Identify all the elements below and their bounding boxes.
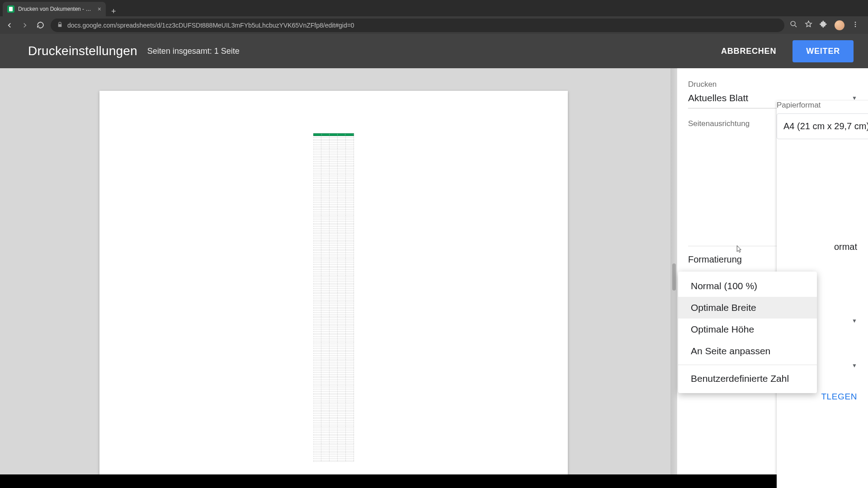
print-target-label: Drucken <box>688 80 857 89</box>
dropdown-divider <box>678 365 817 365</box>
toolbar-right-icons <box>790 20 863 30</box>
url-text: docs.google.com/spreadsheets/d/1cz3cDUFS… <box>67 22 354 29</box>
new-tab-button[interactable]: + <box>106 7 122 16</box>
page-title: Druckeinstellungen <box>28 44 137 58</box>
svg-point-2 <box>855 23 856 25</box>
tab-close-icon[interactable]: × <box>98 5 101 13</box>
sheet-thumbnail <box>313 133 354 462</box>
browser-chrome: Drucken von Dokumenten - Goo × + docs.go… <box>0 0 868 34</box>
address-bar: docs.google.com/spreadsheets/d/1cz3cDUFS… <box>0 16 868 34</box>
svg-point-0 <box>791 21 795 26</box>
orientation-option-peek[interactable]: ormat <box>834 242 857 252</box>
tab-bar: Drucken von Dokumenten - Goo × + <box>0 0 868 16</box>
scale-option-normal[interactable]: Normal (100 %) <box>678 275 817 297</box>
url-field[interactable]: docs.google.com/spreadsheets/d/1cz3cDUFS… <box>51 19 784 32</box>
scale-option-fit-width[interactable]: Optimale Breite <box>678 297 817 319</box>
browser-tab[interactable]: Drucken von Dokumenten - Goo × <box>3 2 106 16</box>
tab-title: Drucken von Dokumenten - Goo <box>18 6 94 12</box>
preview-page <box>99 91 568 474</box>
lock-icon <box>57 22 63 29</box>
scale-dropdown: Normal (100 %) Optimale Breite Optimale … <box>678 272 817 393</box>
scale-option-fit-height[interactable]: Optimale Höhe <box>678 319 817 340</box>
paper-format-select[interactable]: A4 (21 cm x 29,7 cm) ▼ <box>777 113 868 139</box>
paper-format-label: Papierformat <box>777 101 868 110</box>
settings-sidebar: Drucken Aktuelles Blatt ▼ Papierformat A… <box>677 68 868 474</box>
main-content: Drucken Aktuelles Blatt ▼ Papierformat A… <box>0 68 868 474</box>
chevron-down-icon: ▼ <box>852 95 857 101</box>
extensions-icon[interactable] <box>820 20 827 30</box>
back-button[interactable] <box>5 21 14 29</box>
chevron-down-icon[interactable]: ▼ <box>852 318 857 324</box>
scrollbar-thumb[interactable] <box>672 263 676 291</box>
chevron-down-icon[interactable]: ▼ <box>852 362 857 369</box>
next-button[interactable]: WEITER <box>793 40 854 62</box>
svg-point-1 <box>855 22 856 23</box>
cancel-button[interactable]: ABBRECHEN <box>712 41 785 61</box>
zoom-icon[interactable] <box>790 20 797 30</box>
scale-option-fit-page[interactable]: An Seite anpassen <box>678 340 817 362</box>
forward-button[interactable] <box>20 21 30 29</box>
menu-icon[interactable] <box>852 21 859 30</box>
reload-button[interactable] <box>35 21 45 29</box>
svg-point-3 <box>855 26 856 27</box>
profile-avatar[interactable] <box>835 20 844 30</box>
scale-option-custom[interactable]: Benutzerdefinierte Zahl <box>678 368 817 389</box>
print-settings-header: Druckeinstellungen Seiten insgesamt: 1 S… <box>0 34 868 68</box>
print-preview[interactable] <box>0 68 677 474</box>
page-count: Seiten insgesamt: 1 Seite <box>147 47 240 56</box>
bottom-black-bar <box>0 474 868 488</box>
sheets-favicon <box>7 5 14 13</box>
set-custom-button-partial[interactable]: TLEGEN <box>821 392 857 402</box>
bookmark-star-icon[interactable] <box>805 20 812 30</box>
